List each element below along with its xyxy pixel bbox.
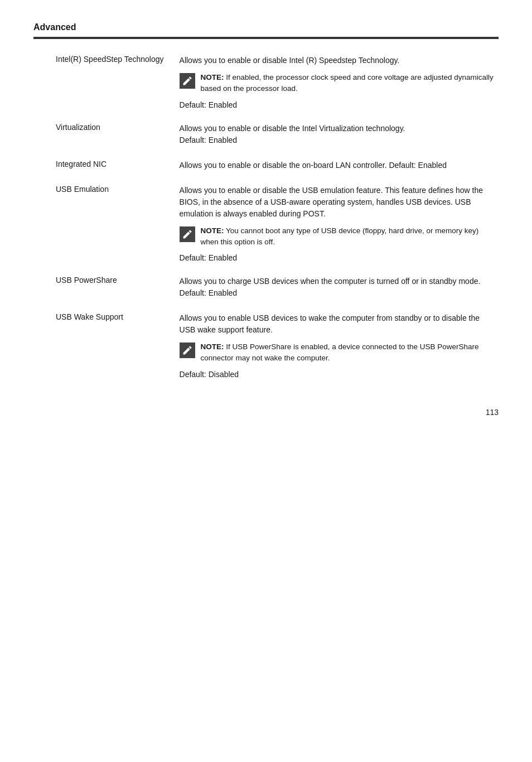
- page-container: Advanced Intel(R) SpeedStep Technology A…: [33, 22, 499, 417]
- setting-name-usb-wake: USB Wake Support: [56, 312, 123, 321]
- note-label-usb-wake: NOTE:: [201, 343, 224, 351]
- settings-table: Intel(R) SpeedStep Technology Allows you…: [33, 48, 499, 385]
- note-content-speedstep: If enabled, the processor clock speed an…: [201, 73, 494, 93]
- setting-name-usb-powershare: USB PowerShare: [56, 276, 117, 284]
- note-box-usb-wake: NOTE: If USB PowerShare is enabled, a de…: [180, 341, 494, 364]
- note-box-speedstep: NOTE: If enabled, the processor clock sp…: [180, 72, 494, 95]
- pencil-icon-usb-wake: [182, 345, 193, 356]
- default-speedstep: Default: Enabled: [180, 100, 494, 109]
- section-header: Advanced: [33, 22, 499, 38]
- table-row: USB Wake Support Allows you to enable US…: [33, 306, 499, 385]
- table-row: Intel(R) SpeedStep Technology Allows you…: [33, 48, 499, 116]
- note-icon-usb-emulation: [180, 226, 195, 242]
- table-row: Integrated NIC Allows you to enable or d…: [33, 153, 499, 178]
- setting-name-nic: Integrated NIC: [56, 160, 107, 168]
- default-usb-emulation: Default: Enabled: [180, 253, 494, 262]
- note-text-usb-emulation: NOTE: You cannot boot any type of USB de…: [201, 225, 494, 248]
- table-row: Virtualization Allows you to enable or d…: [33, 116, 499, 153]
- section-rule: [33, 38, 499, 39]
- note-label-speedstep: NOTE:: [201, 73, 224, 81]
- note-box-usb-emulation: NOTE: You cannot boot any type of USB de…: [180, 225, 494, 248]
- table-row: USB Emulation Allows you to enable or di…: [33, 178, 499, 269]
- note-icon-usb-wake: [180, 343, 195, 358]
- setting-desc-speedstep: Allows you to enable or disable Intel (R…: [180, 55, 494, 66]
- table-row: USB PowerShare Allows you to charge USB …: [33, 269, 499, 306]
- setting-name-usb-emulation: USB Emulation: [56, 185, 109, 194]
- setting-desc-usb-powershare: Allows you to charge USB devices when th…: [180, 276, 494, 299]
- note-text-speedstep: NOTE: If enabled, the processor clock sp…: [201, 72, 494, 95]
- note-icon-speedstep: [180, 73, 195, 89]
- setting-desc-usb-wake: Allows you to enable USB devices to wake…: [180, 312, 494, 336]
- setting-desc-nic: Allows you to enable or disable the on-b…: [180, 160, 494, 171]
- pencil-icon-usb-emulation: [182, 229, 193, 240]
- note-text-usb-wake: NOTE: If USB PowerShare is enabled, a de…: [201, 341, 494, 364]
- setting-name-speedstep: Intel(R) SpeedStep Technology: [56, 55, 164, 64]
- page-number: 113: [33, 408, 499, 417]
- setting-desc-virtualization: Allows you to enable or disable the Inte…: [180, 123, 494, 146]
- setting-name-virtualization: Virtualization: [56, 123, 100, 132]
- default-usb-wake: Default: Disabled: [180, 370, 494, 379]
- note-content-usb-emulation: You cannot boot any type of USB device (…: [201, 226, 479, 246]
- note-label-usb-emulation: NOTE:: [201, 226, 224, 235]
- pencil-icon: [182, 75, 193, 86]
- note-content-usb-wake: If USB PowerShare is enabled, a device c…: [201, 343, 479, 362]
- setting-desc-usb-emulation: Allows you to enable or disable the USB …: [180, 185, 494, 220]
